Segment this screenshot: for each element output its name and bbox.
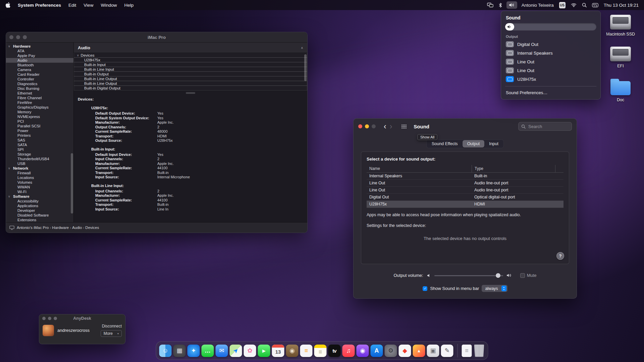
dock-anydesk[interactable]: ◆ — [399, 345, 411, 357]
tree-item-built-in-digital-output[interactable]: Built-in Digital Output — [74, 85, 307, 90]
desktop-icon-doc[interactable]: Doc — [602, 78, 639, 102]
device-row-u28h75x[interactable]: U28H75xHDMI — [367, 201, 564, 207]
more-button[interactable]: More▾ — [101, 330, 122, 337]
devices-scrollbar[interactable] — [304, 54, 307, 90]
show-sound-checkbox[interactable]: ✓ — [423, 286, 427, 291]
dock-podcasts[interactable]: ◉ — [357, 345, 369, 357]
sidebar-item-extensions[interactable]: Extensions — [6, 218, 73, 222]
search-field[interactable] — [518, 122, 572, 131]
tab-output[interactable]: Output — [463, 140, 485, 147]
breadcrumb-item[interactable]: Antonio's iMac Pro — [17, 226, 49, 230]
back-button[interactable]: ‹ — [384, 123, 386, 130]
minimize-button[interactable] — [16, 35, 20, 39]
menu-view[interactable]: View — [84, 3, 93, 8]
sidebar-item-spi[interactable]: SPI — [6, 147, 73, 152]
sidebar-item-ethernet[interactable]: Ethernet — [6, 91, 73, 96]
sidebar-item-memory[interactable]: Memory — [6, 110, 73, 114]
menu-edit[interactable]: Edit — [68, 3, 76, 8]
desktop-icon-macintosh-ssd[interactable]: Macintosh SSD — [602, 15, 639, 37]
spotlight-icon[interactable] — [582, 3, 587, 7]
sidebar-item-firewall[interactable]: Firewall — [6, 171, 73, 175]
minimize-button[interactable] — [48, 317, 51, 320]
sound-preferences-item[interactable]: Sound Preferences… — [505, 89, 596, 96]
scrollbar-thumb[interactable] — [304, 54, 307, 81]
column-type[interactable]: Type — [472, 165, 555, 172]
collapse-icon[interactable]: ∧ — [301, 46, 303, 50]
zoom-button[interactable] — [23, 35, 27, 39]
sound-output-option-digital-out[interactable]: Digital Out — [505, 40, 596, 49]
input-source-badge[interactable]: US — [559, 2, 566, 8]
sidebar-item-disc-burning[interactable]: Disc Burning — [6, 86, 73, 91]
sidebar-section-software[interactable]: ∨Software — [6, 194, 73, 199]
dock-notes[interactable]: ≡ — [314, 345, 327, 357]
menu-bar-when-dropdown[interactable]: always ▴▾ — [482, 285, 507, 292]
devices-tree-root[interactable]: ∨Devices — [74, 53, 307, 58]
sound-output-option-internal-speakers[interactable]: Internal Speakers — [505, 49, 596, 57]
dock-document[interactable]: ≡ — [462, 345, 472, 357]
sidebar-scrollbar[interactable] — [71, 153, 73, 214]
show-all-grid-icon[interactable] — [399, 123, 409, 130]
sidebar-item-diagnostics[interactable]: Diagnostics — [6, 81, 73, 86]
sidebar-item-card-reader[interactable]: Card Reader — [6, 72, 73, 77]
splitter-handle[interactable] — [186, 92, 195, 94]
sidebar-item-ata[interactable]: ATA — [6, 49, 73, 53]
dock-trash[interactable] — [474, 345, 485, 357]
disconnect-button[interactable]: Disconnect — [102, 324, 122, 328]
menu-volume-slider[interactable] — [505, 23, 596, 31]
sidebar-item-applications[interactable]: Applications — [6, 203, 73, 208]
sidebar-item-wwan[interactable]: WWAN — [6, 185, 73, 189]
dock-reminders[interactable]: ≡ — [300, 345, 313, 357]
sound-output-option-line-out[interactable]: Line Out — [505, 57, 596, 66]
sound-output-option-line-out[interactable]: Line Out — [505, 66, 596, 75]
dock-app-brown[interactable]: ◉ — [286, 345, 299, 357]
sidebar-section-network[interactable]: ∨Network — [6, 166, 73, 171]
dock-calendar[interactable]: 13 — [272, 345, 284, 357]
dock-mail[interactable]: ✉ — [216, 345, 228, 357]
audio-section-header[interactable]: Audio ∧ — [74, 43, 307, 53]
sidebar-item-usb[interactable]: USB — [6, 161, 73, 166]
tree-item-u28h75x[interactable]: U28H75x — [74, 57, 307, 62]
sidebar-item-audio[interactable]: Audio — [6, 58, 73, 63]
sidebar-item-sas[interactable]: SAS — [6, 138, 73, 142]
dock-app-gray[interactable]: ▣ — [427, 345, 439, 357]
sidebar-item-firewire[interactable]: FireWire — [6, 100, 73, 105]
volume-menu-icon[interactable] — [506, 1, 517, 9]
tree-item-built-in-output[interactable]: Built-in Output — [74, 71, 307, 76]
dock-app-orange[interactable]: ▲ — [413, 345, 425, 357]
sidebar-item-nvmexpress[interactable]: NVMExpress — [6, 114, 73, 119]
breadcrumb-item[interactable]: Devices — [85, 226, 99, 230]
search-input[interactable] — [528, 124, 569, 129]
dock-tv[interactable]: tv — [328, 345, 341, 357]
dock-facetime[interactable]: ▶ — [258, 345, 270, 357]
bluetooth-icon[interactable] — [499, 3, 502, 8]
tree-item-built-in-line-output[interactable]: Built-in Line Output — [74, 76, 307, 81]
sidebar-item-storage[interactable]: Storage — [6, 152, 73, 157]
dock-finder[interactable]: ☺ — [159, 345, 172, 357]
device-row-line-out[interactable]: Line OutAudio line-out port — [367, 180, 564, 187]
sidebar-item-sata[interactable]: SATA — [6, 142, 73, 147]
screen-mirroring-icon[interactable] — [487, 3, 493, 7]
sound-output-option-u28h75x[interactable]: U28H75x — [505, 75, 596, 83]
control-center-icon[interactable] — [592, 3, 598, 7]
sidebar-item-camera[interactable]: Camera — [6, 67, 73, 72]
mute-checkbox[interactable] — [520, 273, 525, 278]
tree-item-built-in-line-output[interactable]: Built-in Line Output — [74, 81, 307, 86]
device-row-line-out[interactable]: Line OutAudio line-out port — [367, 187, 564, 194]
desktop-icon-efi[interactable]: EFI — [602, 47, 639, 68]
sidebar-item-locations[interactable]: Locations — [6, 175, 73, 180]
dock-safari[interactable]: ✦ — [187, 345, 200, 357]
sidebar-item-bluetooth[interactable]: Bluetooth — [6, 63, 73, 67]
apple-menu-icon[interactable] — [5, 2, 10, 8]
sidebar-item-power[interactable]: Power — [6, 128, 73, 133]
sidebar-item-controller[interactable]: Controller — [6, 77, 73, 81]
wifi-icon[interactable] — [571, 3, 577, 7]
sidebar-item-wi-fi[interactable]: Wi-Fi — [6, 189, 73, 194]
dock-music[interactable]: ♫ — [342, 345, 355, 357]
breadcrumb-item[interactable]: Hardware — [52, 226, 69, 230]
dock-system-preferences[interactable]: ⚙ — [385, 345, 397, 357]
breadcrumb-item[interactable]: Audio — [72, 226, 82, 230]
zoom-button[interactable] — [372, 124, 376, 128]
sidebar-item-thunderbolt-usb4[interactable]: Thunderbolt/USB4 — [6, 157, 73, 161]
help-button[interactable]: ? — [556, 252, 564, 260]
menu-bar-clock[interactable]: Thu 13 Oct 19:21 — [604, 3, 639, 8]
